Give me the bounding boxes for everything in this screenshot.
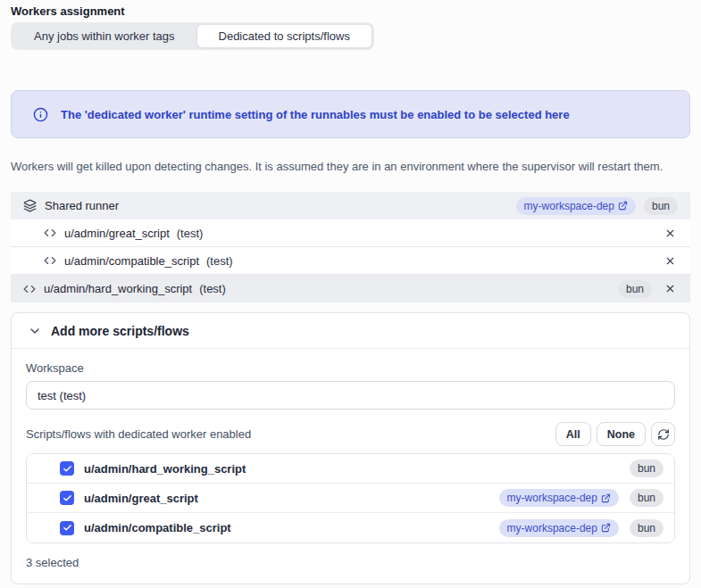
workspace-dep-badge[interactable]: my-workspace-dep	[499, 519, 619, 537]
workspace-dep-badge-label: my-workspace-dep	[507, 492, 597, 504]
remove-script-button[interactable]	[663, 226, 678, 241]
script-checkbox-checked[interactable]	[60, 461, 74, 476]
tab-any-jobs-within-worker-tags[interactable]: Any jobs within worker tags	[13, 24, 196, 48]
add-scripts-header[interactable]: Add more scripts/flows	[12, 313, 689, 349]
shared-runner-label: Shared runner	[45, 199, 119, 212]
select-all-button[interactable]: All	[555, 422, 591, 446]
script-checkbox-row: u/admin/compatible_script my-workspace-d…	[27, 513, 674, 542]
workspace-dep-badge[interactable]: my-workspace-dep	[499, 489, 619, 507]
workspace-label: Workspace	[26, 361, 675, 375]
script-checkbox-row: u/admin/hard_working_script bun	[27, 454, 674, 484]
tab-dedicated-to-scripts-flows[interactable]: Dedicated to scripts/flows	[196, 24, 372, 48]
workspace-input[interactable]	[26, 381, 675, 410]
scripts-list-toolbar: Scripts/flows with dedicated worker enab…	[26, 422, 675, 446]
code-icon	[44, 227, 56, 239]
info-banner-text: The 'dedicated worker' runtime setting o…	[61, 108, 570, 121]
script-path: u/admin/great_script	[64, 227, 170, 240]
page-title: Workers assignment	[11, 4, 690, 18]
info-icon	[33, 107, 48, 122]
language-badge: bun	[630, 460, 663, 477]
shared-runner-badges: my-workspace-dep bun	[516, 197, 678, 215]
language-badge: bun	[630, 519, 663, 537]
workspace-dep-badge[interactable]: my-workspace-dep	[516, 197, 636, 215]
script-checkbox-checked[interactable]	[60, 491, 74, 505]
workers-description: Workers will get killed upon detecting c…	[11, 160, 690, 173]
language-badge: bun	[644, 197, 678, 215]
script-path: u/admin/compatible_script	[64, 254, 199, 268]
select-none-button[interactable]: None	[597, 422, 646, 446]
script-checkbox-row: u/admin/great_script my-workspace-dep bu…	[27, 484, 674, 513]
refresh-button[interactable]	[651, 422, 675, 446]
add-scripts-panel: Add more scripts/flows Workspace Scripts…	[11, 312, 690, 584]
external-link-icon	[601, 493, 611, 503]
shared-runner-panel: Shared runner my-workspace-dep bun u/adm…	[11, 192, 690, 302]
remove-script-button[interactable]	[663, 253, 678, 269]
assigned-script-row: u/admin/great_script (test)	[11, 219, 690, 247]
code-icon	[23, 283, 36, 295]
script-checkbox-checked[interactable]	[60, 521, 74, 535]
workspace-dep-badge-label: my-workspace-dep	[524, 200, 614, 212]
script-workspace-suffix: (test)	[199, 282, 226, 295]
shared-runner-header: Shared runner my-workspace-dep bun	[11, 192, 690, 219]
external-link-icon	[618, 201, 628, 211]
assigned-script-row-highlighted: u/admin/hard_working_script (test) bun	[11, 275, 690, 302]
code-icon	[44, 254, 56, 267]
remove-script-button[interactable]	[663, 281, 678, 296]
script-workspace-suffix: (test)	[206, 254, 233, 268]
add-scripts-body: Workspace Scripts/flows with dedicated w…	[12, 349, 689, 584]
script-workspace-suffix: (test)	[177, 227, 204, 240]
layers-icon	[23, 199, 37, 212]
workers-assignment-page: Workers assignment Any jobs within worke…	[0, 0, 701, 588]
language-badge: bun	[630, 489, 663, 507]
script-path: u/admin/hard_working_script	[84, 462, 246, 476]
script-path: u/admin/hard_working_script	[44, 282, 192, 295]
dedicated-scripts-list: u/admin/hard_working_script bun u/admin/…	[26, 453, 675, 543]
scripts-list-label: Scripts/flows with dedicated worker enab…	[26, 427, 251, 441]
script-path: u/admin/compatible_script	[84, 521, 231, 534]
script-path: u/admin/great_script	[84, 492, 198, 505]
workspace-dep-badge-label: my-workspace-dep	[507, 522, 597, 534]
external-link-icon	[601, 523, 611, 533]
add-scripts-title: Add more scripts/flows	[51, 324, 189, 338]
info-banner: The 'dedicated worker' runtime setting o…	[11, 90, 690, 138]
selected-count: 3 selected	[26, 556, 675, 569]
assignment-mode-tabs: Any jobs within worker tags Dedicated to…	[11, 22, 374, 50]
language-badge: bun	[618, 280, 652, 298]
assigned-script-row: u/admin/compatible_script (test)	[11, 247, 690, 275]
chevron-down-icon	[28, 324, 42, 338]
